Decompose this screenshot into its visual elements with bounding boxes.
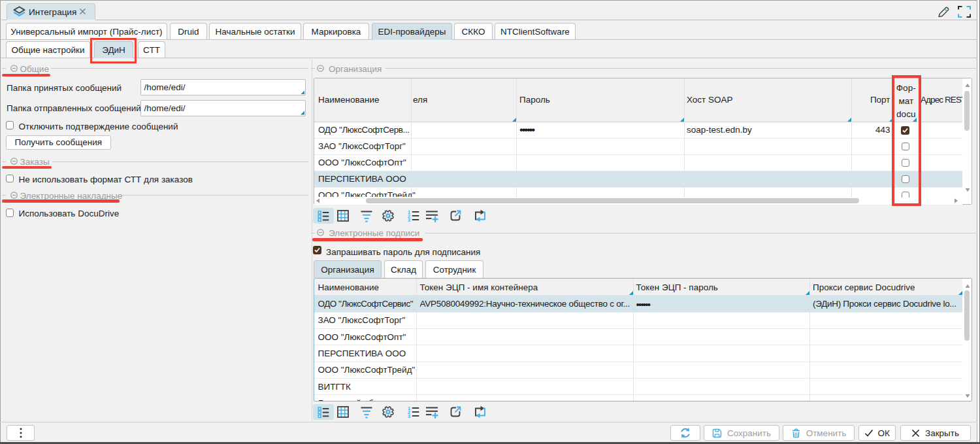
svg-text:3: 3: [408, 413, 410, 419]
svg-text:3: 3: [408, 217, 410, 223]
